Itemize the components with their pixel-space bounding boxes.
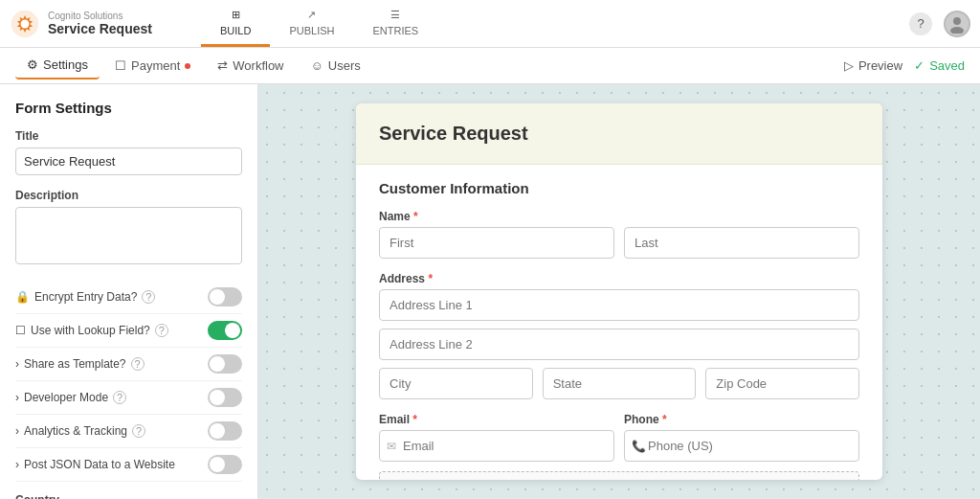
phone-input[interactable] — [624, 430, 859, 462]
phone-label: Phone * — [624, 413, 859, 426]
settings-icon: ⚙ — [27, 57, 38, 72]
email-required-indicator: * — [412, 413, 417, 426]
first-name-input[interactable] — [379, 227, 614, 259]
chevron-right-icon: › — [15, 357, 19, 371]
nav-tab-entries[interactable]: ☰ ENTRIES — [353, 0, 437, 47]
analytics-help-icon[interactable]: ? — [132, 424, 145, 438]
form-header: Service Request — [356, 103, 882, 165]
devmode-toggle[interactable] — [208, 388, 242, 407]
form-card: Service Request Customer Information Nam… — [356, 103, 882, 480]
toggle-devmode: › Developer Mode ? — [15, 381, 242, 415]
email-phone-row: Email * ✉ Phone * — [379, 413, 859, 462]
toggle-lookup: ☐ Use with Lookup Field? ? — [15, 314, 242, 348]
zip-field — [705, 368, 859, 399]
form-card-title: Service Request — [379, 123, 859, 145]
state-field — [543, 368, 697, 399]
chevron-right-icon4: › — [15, 458, 19, 471]
chevron-right-icon3: › — [15, 424, 19, 438]
publish-label: PUBLISH — [289, 25, 334, 36]
name-inputs-row — [379, 227, 859, 259]
lookup-help-icon[interactable]: ? — [155, 324, 168, 337]
company-name: Cognito Solutions — [48, 11, 152, 21]
title-field-group: Title — [15, 129, 242, 175]
desc-label: Description — [15, 189, 242, 202]
devmode-help-icon[interactable]: ? — [113, 391, 126, 404]
publish-icon: ↗ — [307, 9, 316, 21]
lookup-toggle[interactable] — [208, 321, 242, 340]
logo-text: Cognito Solutions Service Request — [48, 11, 152, 36]
phone-input-wrapper: 📞 — [624, 430, 859, 462]
city-field — [379, 368, 533, 399]
nav-tab-publish[interactable]: ↗ PUBLISH — [270, 0, 353, 47]
encrypt-help-icon[interactable]: ? — [142, 290, 155, 304]
desc-textarea[interactable] — [15, 207, 242, 264]
analytics-toggle[interactable] — [208, 421, 242, 441]
last-name-input[interactable] — [624, 227, 859, 259]
sub-nav: ⚙ Settings ☐ Payment ⇄ Workflow ☺ Users … — [0, 48, 980, 84]
logo-area: Cognito Solutions Service Request — [10, 9, 201, 39]
sidebar: Form Settings Title Description 🔒 Encryp… — [0, 84, 258, 499]
address-line1-input[interactable] — [379, 289, 859, 321]
nav-tabs: ⊞ BUILD ↗ PUBLISH ☰ ENTRIES — [201, 0, 909, 47]
saved-check-icon: ✓ — [914, 58, 924, 73]
users-icon: ☺ — [311, 58, 323, 73]
help-icon[interactable]: ? — [909, 12, 932, 35]
sidebar-title: Form Settings — [15, 100, 242, 116]
toggle-template: › Share as Template? ? — [15, 348, 242, 381]
plus-icon: + — [614, 479, 625, 481]
nav-tab-build[interactable]: ⊞ BUILD — [201, 0, 270, 47]
city-input[interactable] — [379, 368, 533, 399]
settings-label: Settings — [43, 57, 88, 72]
form-canvas: Service Request Customer Information Nam… — [258, 84, 980, 499]
sub-nav-settings[interactable]: ⚙ Settings — [15, 52, 100, 79]
email-label: Email * — [379, 413, 614, 426]
lock-icon: 🔒 — [15, 290, 30, 304]
product-name: Service Request — [48, 21, 152, 36]
toggle-encrypt-label: 🔒 Encrypt Entry Data? ? — [15, 290, 155, 304]
svg-point-2 — [953, 17, 961, 25]
toggle-devmode-label: › Developer Mode ? — [15, 391, 126, 404]
email-input-wrapper: ✉ — [379, 430, 614, 462]
top-nav: Cognito Solutions Service Request ⊞ BUIL… — [0, 0, 980, 48]
preview-button[interactable]: ▷ Preview — [844, 58, 902, 73]
customer-info-section: Customer Information Name * — [356, 165, 882, 480]
address-line2-input[interactable] — [379, 329, 859, 360]
first-name-field — [379, 227, 614, 259]
email-icon: ✉ — [387, 440, 396, 453]
address-field-group: Address * — [379, 272, 859, 399]
name-field-group: Name * — [379, 210, 859, 259]
saved-label: Saved — [929, 58, 965, 73]
sub-nav-payment[interactable]: ☐ Payment — [103, 53, 202, 79]
lookup-icon: ☐ — [15, 324, 26, 337]
entries-icon: ☰ — [390, 9, 400, 21]
toggle-postjson-label: › Post JSON Data to a Website — [15, 458, 175, 471]
zip-input[interactable] — [705, 368, 859, 399]
build-label: BUILD — [220, 25, 251, 36]
phone-required-indicator: * — [662, 413, 667, 426]
toggle-template-label: › Share as Template? ? — [15, 357, 145, 371]
phone-icon: 📞 — [632, 440, 646, 453]
phone-field-group: Phone * 📞 — [624, 413, 859, 462]
sub-nav-workflow[interactable]: ⇄ Workflow — [206, 53, 295, 79]
svg-point-3 — [950, 27, 964, 34]
entries-label: ENTRIES — [372, 25, 418, 36]
email-input[interactable] — [379, 430, 614, 462]
template-toggle[interactable] — [208, 354, 242, 374]
saved-indicator: ✓ Saved — [914, 58, 965, 73]
country-section: Country United States — [15, 493, 242, 499]
workflow-label: Workflow — [233, 58, 283, 73]
title-input[interactable] — [15, 147, 242, 175]
sub-nav-users[interactable]: ☺ Users — [300, 53, 372, 79]
toggle-lookup-label: ☐ Use with Lookup Field? ? — [15, 324, 168, 337]
address-required-indicator: * — [428, 272, 433, 285]
state-input[interactable] — [543, 368, 697, 399]
encrypt-toggle[interactable] — [208, 287, 242, 306]
users-label: Users — [328, 58, 361, 73]
city-state-zip-row — [379, 368, 859, 399]
avatar[interactable] — [944, 11, 970, 37]
email-field-group: Email * ✉ — [379, 413, 614, 462]
postjson-toggle[interactable] — [208, 455, 242, 474]
customer-add-button[interactable]: + — [379, 471, 859, 480]
toggle-encrypt: 🔒 Encrypt Entry Data? ? — [15, 281, 242, 314]
template-help-icon[interactable]: ? — [131, 357, 145, 371]
